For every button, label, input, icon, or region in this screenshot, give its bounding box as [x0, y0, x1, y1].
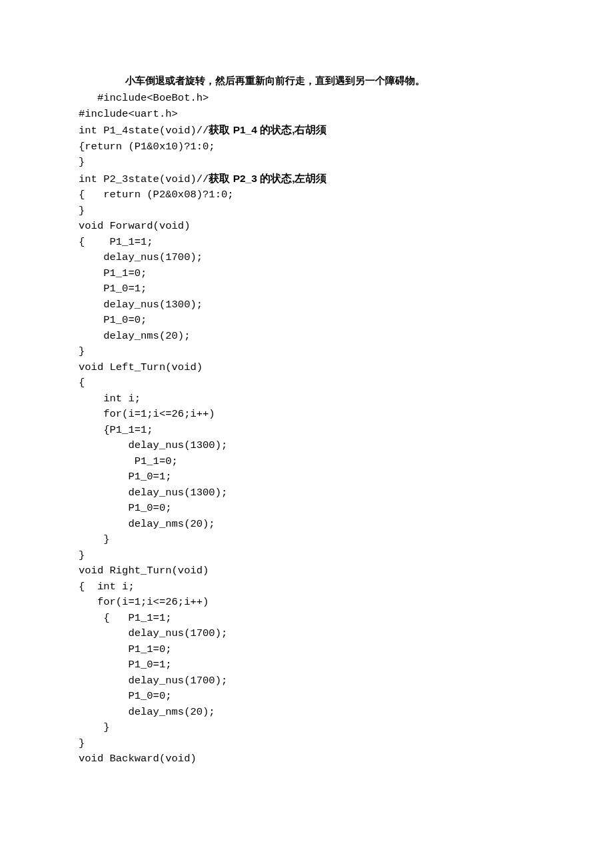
code-line: delay_nus(1300);: [79, 439, 227, 451]
code-line: P1_0=1;: [79, 283, 147, 295]
code-line: delay_nus(1700);: [79, 675, 227, 687]
code-line: for(i=1;i<=26;i++): [79, 596, 209, 608]
code-line: void Left_Turn(void): [79, 361, 203, 373]
document-title: 小车倒退或者旋转，然后再重新向前行走，直到遇到另一个障碍物。: [79, 73, 553, 88]
code-line: }: [79, 156, 85, 168]
code-line: { P1_1=1;: [79, 612, 172, 624]
code-line: {return (P1&0x10)?1:0;: [79, 141, 215, 153]
code-line: }: [79, 737, 85, 749]
code-line: #include<uart.h>: [79, 108, 178, 120]
code-line: delay_nms(20);: [79, 706, 215, 718]
code-line: P1_1=0;: [79, 643, 172, 655]
code-line: for(i=1;i<=26;i++): [79, 408, 215, 420]
code-line: {P1_1=1;: [79, 424, 153, 436]
code-line: P1_0=0;: [79, 502, 172, 514]
document-page: 小车倒退或者旋转，然后再重新向前行走，直到遇到另一个障碍物。 #include<…: [0, 0, 613, 834]
code-line: int P1_4state(void)//: [79, 125, 209, 137]
code-block: #include<BoeBot.h> #include<uart.h> int …: [79, 91, 553, 767]
code-line: P1_0=0;: [79, 314, 147, 326]
code-line: delay_nus(1700);: [79, 627, 227, 639]
code-line: delay_nms(20);: [79, 518, 215, 530]
code-line: delay_nus(1700);: [79, 251, 203, 263]
code-line: void Backward(void): [79, 753, 197, 765]
code-line: P1_0=1;: [79, 659, 172, 671]
code-line: delay_nus(1300);: [79, 487, 227, 499]
code-line: }: [79, 533, 110, 545]
code-line: }: [79, 205, 85, 217]
code-line: }: [79, 345, 85, 357]
code-line: }: [79, 721, 110, 733]
code-line: int i;: [79, 393, 141, 405]
code-line: void Forward(void): [79, 220, 190, 232]
code-line: P1_1=0;: [79, 267, 147, 279]
code-line: }: [79, 549, 85, 561]
code-line: delay_nus(1300);: [79, 299, 203, 311]
code-line: { return (P2&0x08)?1:0;: [79, 189, 234, 201]
code-line: #include<BoeBot.h>: [79, 92, 209, 104]
code-line: delay_nms(20);: [79, 330, 190, 342]
code-line: void Right_Turn(void): [79, 565, 209, 577]
code-line: P1_0=0;: [79, 690, 172, 702]
code-line: int P2_3state(void)//: [79, 173, 209, 185]
code-comment: 获取 P2_3 的状态,左胡须: [209, 173, 326, 184]
code-line: { P1_1=1;: [79, 236, 153, 248]
code-line: P1_0=1;: [79, 471, 172, 483]
code-line: {: [79, 377, 85, 389]
code-line: { int i;: [79, 581, 135, 593]
code-comment: 获取 P1_4 的状态,右胡须: [209, 124, 326, 135]
code-line: P1_1=0;: [79, 455, 178, 467]
